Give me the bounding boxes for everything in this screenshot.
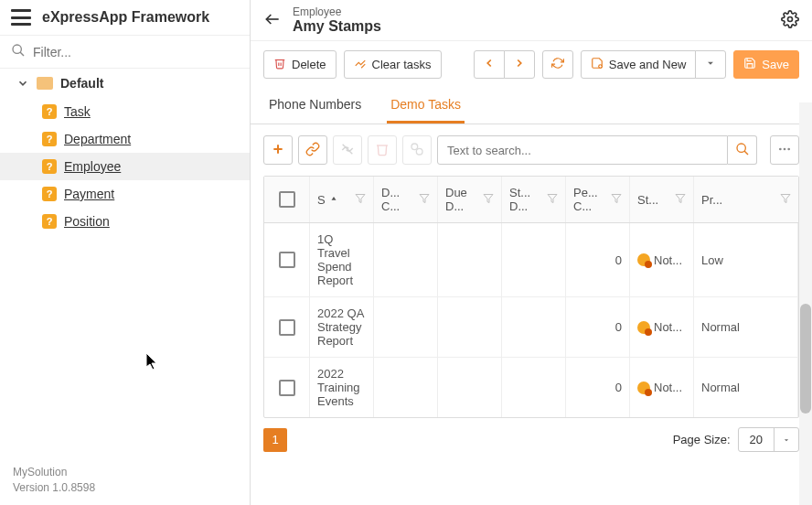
svg-point-12 — [416, 148, 422, 155]
chevron-right-icon — [513, 57, 526, 72]
status-icon — [637, 253, 650, 266]
filter-input[interactable] — [33, 45, 239, 59]
col-due-date[interactable]: Due D... — [438, 177, 502, 222]
trash-icon — [273, 57, 286, 72]
header-entity: Employee — [293, 5, 381, 18]
filter-icon[interactable] — [547, 193, 558, 207]
status-icon — [637, 381, 650, 394]
table-row[interactable]: 2022 Training Events 0 Not... Normal — [264, 358, 798, 417]
page-size-select[interactable]: 20 — [738, 427, 799, 452]
caret-down-icon — [774, 428, 798, 451]
menu-toggle[interactable] — [11, 9, 31, 26]
col-percent-complete[interactable]: Pe... C... — [566, 177, 630, 222]
header-name: Amy Stamps — [293, 18, 381, 35]
sort-asc-icon — [329, 193, 338, 207]
sidebar-item-position[interactable]: ?Position — [0, 208, 250, 235]
sidebar-item-task[interactable]: ?Task — [0, 98, 250, 125]
link-button[interactable] — [298, 135, 327, 165]
filter-icon[interactable] — [355, 193, 366, 207]
delete-row-button[interactable] — [368, 135, 397, 165]
refresh-icon — [551, 57, 564, 72]
cell-subject: 2022 QA Strategy Report — [310, 297, 374, 357]
tree-root-default[interactable]: Default — [0, 69, 250, 98]
row-checkbox[interactable] — [279, 380, 295, 396]
svg-point-17 — [787, 147, 790, 150]
select-all-checkbox[interactable] — [279, 191, 295, 208]
plus-icon — [271, 142, 285, 159]
prev-button[interactable] — [474, 50, 505, 79]
clear-tasks-button[interactable]: Clear tasks — [344, 50, 442, 79]
object-icon: ? — [42, 214, 57, 229]
page-current[interactable]: 1 — [263, 428, 287, 452]
add-row-button[interactable] — [263, 135, 293, 165]
back-arrow-icon[interactable] — [263, 10, 282, 31]
refresh-button[interactable] — [542, 50, 573, 79]
save-icon — [743, 57, 756, 72]
cell-start-date — [502, 297, 566, 357]
cell-date-completed — [374, 223, 438, 296]
row-checkbox[interactable] — [279, 252, 295, 268]
save-new-icon — [591, 57, 604, 72]
col-priority[interactable]: Pr... — [694, 177, 798, 222]
col-status[interactable]: St... — [630, 177, 694, 222]
col-subject[interactable]: S — [310, 177, 374, 222]
page-size-label: Page Size: — [673, 433, 731, 446]
chevron-down-icon — [16, 77, 29, 90]
filter-icon[interactable] — [780, 193, 791, 207]
save-new-label: Save and New — [609, 58, 687, 71]
cell-status: Not... — [630, 358, 694, 417]
sidebar-item-label: Department — [64, 132, 131, 146]
svg-point-15 — [779, 147, 782, 150]
scrollbar-track[interactable] — [799, 102, 812, 505]
svg-point-16 — [784, 147, 786, 150]
footer-version: Version 1.0.8598 — [13, 480, 237, 496]
cell-percent-complete: 0 — [566, 223, 630, 296]
filter-icon[interactable] — [419, 193, 430, 207]
gear-icon[interactable] — [781, 10, 799, 31]
col-date-completed[interactable]: D... C... — [374, 177, 438, 222]
sidebar-item-label: Payment — [64, 187, 114, 201]
scrollbar-thumb[interactable] — [800, 304, 811, 414]
filter-icon[interactable] — [483, 193, 494, 207]
svg-marker-26 — [785, 439, 788, 441]
ellipsis-icon — [777, 142, 792, 159]
more-actions-button[interactable] — [770, 135, 799, 165]
svg-marker-24 — [676, 194, 685, 202]
grid-search-button[interactable] — [728, 135, 757, 165]
unlink-button[interactable] — [333, 135, 362, 165]
save-button[interactable]: Save — [733, 50, 799, 79]
tree-root-label: Default — [60, 76, 103, 91]
link-icon — [305, 142, 320, 159]
tab-phone-numbers[interactable]: Phone Numbers — [265, 88, 365, 124]
filter-icon[interactable] — [611, 193, 622, 207]
grid-search-input[interactable] — [437, 135, 728, 165]
table-row[interactable]: 1Q Travel Spend Report 0 Not... Low — [264, 223, 798, 297]
save-and-new-button[interactable]: Save and New — [581, 50, 697, 79]
between-button[interactable] — [402, 135, 432, 165]
table-row[interactable]: 2022 QA Strategy Report 0 Not... Normal — [264, 297, 798, 358]
cell-due-date — [438, 223, 502, 296]
filter-icon[interactable] — [675, 193, 686, 207]
svg-marker-20 — [420, 194, 429, 202]
sidebar-item-department[interactable]: ?Department — [0, 125, 250, 153]
svg-line-1 — [20, 52, 24, 56]
sidebar-item-employee[interactable]: ?Employee — [0, 153, 250, 180]
row-checkbox[interactable] — [279, 319, 295, 336]
cell-percent-complete: 0 — [566, 297, 630, 357]
cell-date-completed — [374, 358, 438, 417]
svg-line-10 — [343, 144, 353, 154]
col-start-date[interactable]: St... D... — [502, 177, 566, 222]
cell-priority: Low — [694, 223, 798, 296]
svg-marker-19 — [356, 194, 365, 202]
brand-title: eXpressApp Framework — [42, 9, 209, 26]
sidebar-item-payment[interactable]: ?Payment — [0, 180, 250, 208]
save-new-dropdown[interactable] — [695, 50, 726, 79]
next-button[interactable] — [504, 50, 535, 79]
sidebar-item-label: Position — [64, 214, 110, 229]
object-icon: ? — [42, 187, 57, 201]
clear-label: Clear tasks — [372, 58, 432, 71]
delete-button[interactable]: Delete — [263, 50, 337, 79]
tab-demo-tasks[interactable]: Demo Tasks — [387, 88, 465, 124]
sidebar-item-label: Employee — [64, 159, 121, 174]
svg-marker-7 — [708, 62, 713, 65]
